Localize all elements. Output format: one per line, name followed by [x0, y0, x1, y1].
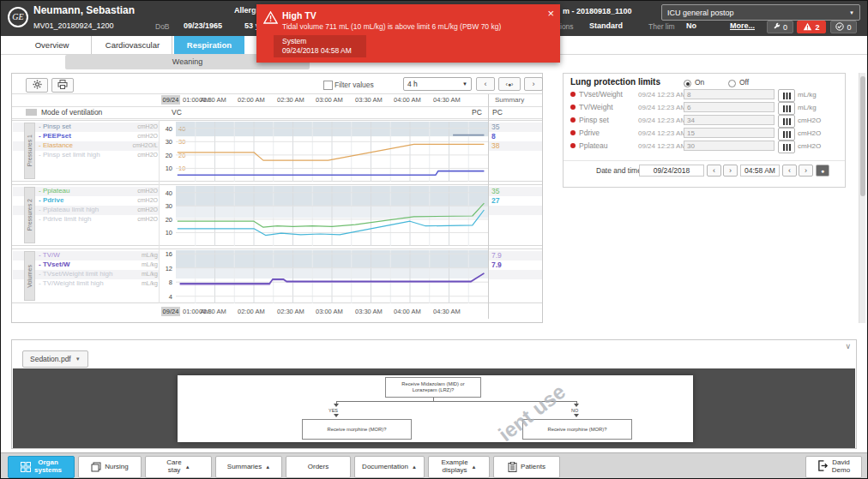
legend-unit: cmH2O — [113, 152, 158, 158]
time-next-button[interactable]: › — [799, 165, 813, 177]
scroll-back-button[interactable]: ‹ — [476, 77, 495, 91]
legend-row-pplateau-limit-high[interactable]: Pplateau limit high — [39, 206, 99, 213]
document-select[interactable]: Sedation.pdf ▼ — [22, 350, 88, 368]
document-panel: Sedation.pdf ▼ ∨ Receive Midazolam (MID)… — [11, 339, 857, 449]
toolbar-button-orders[interactable]: Orders — [286, 456, 351, 478]
tasks-badge[interactable]: 0 — [767, 21, 793, 33]
time-prev-button[interactable]: ‹ — [782, 165, 797, 177]
keypad-button[interactable] — [778, 115, 795, 128]
limit-value-input[interactable]: 6 — [684, 102, 775, 112]
checks-badge[interactable]: 0 — [830, 21, 857, 33]
respiration-trend-panel: Filter values 4 h ▼ ‹ ‹●› › 09/2401:00 A… — [11, 73, 543, 323]
legend-row-tvset-weight-limit-high[interactable]: TVset/Weight limit high — [39, 270, 112, 278]
care-unit-select[interactable]: ICU general postop ▼ — [661, 4, 860, 21]
date-chip: 09/24 — [161, 307, 180, 316]
toolbar-button-organ-systems[interactable]: Organ systems — [8, 456, 75, 478]
close-icon[interactable]: × — [547, 8, 554, 19]
legend-row-pinsp-set[interactable]: Pinsp set — [39, 123, 71, 130]
limit-value-input[interactable]: 15 — [684, 128, 775, 138]
time-range-select[interactable]: 4 h ▼ — [403, 77, 472, 91]
tab-overview[interactable]: Overview — [13, 36, 92, 54]
toolbar-button-patients[interactable]: Patients — [493, 456, 560, 478]
limit-timestamp: 09/24 12:23 AM — [638, 142, 686, 150]
limit-alarm-dot — [570, 130, 576, 135]
flowchart-no-label: NO — [571, 408, 578, 413]
legend-row-pdrive-limit-high[interactable]: Pdrive limit high — [39, 215, 91, 223]
limits-off-radio[interactable] — [728, 80, 736, 87]
summary-value: 35 — [491, 123, 499, 131]
pdf-viewer: Receive Midazolam (MID) or Lorazepam (LR… — [13, 368, 855, 448]
toolbar-button-care-stay[interactable]: Care stay▲ — [145, 456, 212, 478]
legend-row-tv-weight-limit-high[interactable]: TV/Weight limit high — [39, 279, 104, 287]
limit-alarm-dot — [570, 143, 576, 148]
legend-label: Pinsp set limit high — [39, 151, 100, 159]
limits-date-field[interactable]: 09/24/2018 — [639, 165, 704, 177]
legend-label: Pdrive limit high — [39, 215, 91, 223]
flowchart-top-box: Receive Midazolam (MID) or Lorazepam (LR… — [385, 377, 481, 398]
toolbar-button-summaries[interactable]: Summaries▲ — [215, 456, 282, 478]
legend-label: TVset/W — [39, 260, 69, 268]
toolbar-button-documentation[interactable]: Documentation▲ — [354, 456, 425, 478]
legend-row-pdrive[interactable]: Pdrive — [39, 196, 63, 204]
summary-divider — [488, 94, 489, 319]
print-button[interactable] — [51, 78, 74, 93]
legend-row-pplateau[interactable]: Pplateau — [39, 187, 69, 195]
trend-chart-pressures-2 — [176, 186, 488, 246]
scrollbar-thumb[interactable] — [860, 76, 865, 196]
alarms-badge[interactable]: 2 — [797, 21, 826, 33]
vertical-scrollbar[interactable] — [859, 73, 865, 323]
lung-protection-panel: Lung protection limits On Off TVset/Weig… — [563, 73, 846, 188]
flowchart-left-box: Receive morphine (MOR)? — [302, 419, 412, 440]
warning-triangle-icon — [263, 11, 278, 27]
keypad-button[interactable] — [778, 89, 795, 102]
admission-id: m - 20180918_1100 — [563, 7, 632, 15]
filter-values-checkbox[interactable] — [323, 81, 333, 90]
toolbar-button-nursing[interactable]: Nursing — [78, 456, 142, 478]
keypad-button[interactable] — [778, 141, 795, 153]
allergies-label: Allergi — [234, 6, 258, 15]
group-label: Volumes — [27, 265, 33, 288]
legend-unit: cmH2O — [113, 188, 158, 194]
limit-value-input[interactable]: 30 — [684, 141, 775, 151]
limits-on-radio[interactable] — [684, 80, 691, 87]
limit-unit: cmH2O — [798, 129, 821, 137]
main-toolbar: 09/21/2018 11:00 AM David Demo Organ sys… — [1, 452, 868, 479]
limit-value-input[interactable]: 34 — [684, 115, 775, 125]
legend-row-peepset[interactable]: PEEPset — [39, 132, 71, 140]
keypad-button[interactable] — [778, 128, 795, 141]
mode-value-start: VC — [172, 108, 182, 117]
summary-column-label: Summary — [495, 96, 524, 104]
keypad-button[interactable] — [778, 102, 795, 115]
date-prev-button[interactable]: ‹ — [707, 165, 721, 177]
keypad-icon — [783, 131, 791, 138]
now-button[interactable]: ● — [816, 165, 829, 177]
jump-to-now-button[interactable]: ‹●› — [498, 77, 521, 91]
legend-row-elastance[interactable]: Elastance — [39, 141, 73, 149]
pdf-page: Receive Midazolam (MID) or Lorazepam (LR… — [178, 375, 693, 442]
time-tick-label: 03:00 AM — [316, 308, 343, 315]
legend-row-pinsp-set-limit-high[interactable]: Pinsp set limit high — [39, 151, 100, 159]
summary-value: 38 — [491, 141, 499, 150]
limit-unit: mL/kg — [798, 104, 817, 111]
alert-title: High TV — [282, 10, 316, 21]
settings-button[interactable] — [26, 78, 48, 93]
time-tick-label: 02:30 AM — [277, 96, 304, 104]
date-next-button[interactable]: › — [723, 165, 738, 177]
time-tick-label: 03:30 AM — [355, 308, 383, 315]
toolbar-button-example-displays[interactable]: Example displays▲ — [428, 456, 490, 478]
limits-time-field[interactable]: 04:58 AM — [740, 165, 780, 177]
legend-row-tv-w[interactable]: TV/W — [39, 251, 60, 259]
trend-chart-volumes — [176, 250, 488, 303]
more-link[interactable]: More... — [730, 21, 755, 30]
date-chip: 09/24 — [161, 95, 180, 105]
tab-respiration[interactable]: Respiration — [174, 36, 244, 54]
limit-value-input[interactable]: 8 — [684, 89, 775, 99]
tab-cardiovascular[interactable]: Cardiovascular — [93, 36, 172, 54]
y-axis-tick: 12 — [158, 265, 172, 272]
ther-lim-label: Ther lim — [648, 22, 675, 31]
user-logout-button[interactable]: David Demo — [805, 456, 862, 478]
panel-collapse-icon[interactable]: ∨ — [845, 342, 851, 350]
legend-row-tvset-w[interactable]: TVset/W — [39, 260, 69, 268]
limit-timestamp: 09/24 12:23 AM — [638, 104, 686, 111]
scroll-forward-button[interactable]: › — [524, 77, 543, 91]
